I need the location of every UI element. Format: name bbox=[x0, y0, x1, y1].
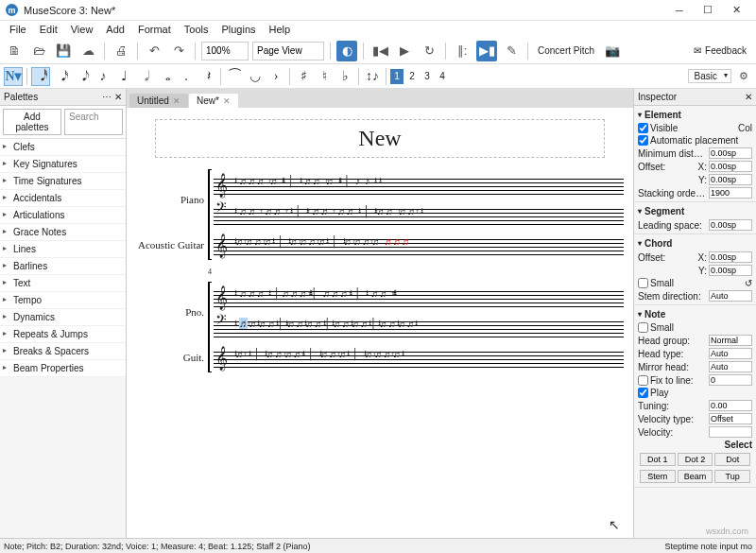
color-label[interactable]: Col bbox=[738, 123, 752, 133]
loop-icon[interactable]: ↻ bbox=[419, 41, 439, 61]
flat-icon[interactable]: ♭ bbox=[335, 67, 354, 86]
reset-icon[interactable]: ↺ bbox=[745, 278, 752, 288]
note-small-checkbox[interactable] bbox=[638, 322, 648, 333]
concert-pitch-button[interactable]: Concert Pitch bbox=[534, 43, 598, 58]
countin-icon[interactable]: ✎ bbox=[501, 41, 522, 61]
workspace-select[interactable]: Basic bbox=[688, 69, 731, 83]
rest-icon[interactable]: 𝄽 bbox=[198, 67, 216, 86]
tab-close-icon[interactable]: ✕ bbox=[173, 96, 180, 106]
settings-icon[interactable]: ⚙ bbox=[735, 68, 752, 85]
chord-small-checkbox[interactable] bbox=[638, 278, 648, 288]
pan-icon[interactable]: ▶▮ bbox=[476, 41, 497, 61]
veltype-select[interactable] bbox=[709, 413, 752, 424]
chord-y-input[interactable] bbox=[709, 265, 752, 276]
voice-1[interactable]: 1 bbox=[390, 69, 404, 84]
palette-key-signatures[interactable]: Key Signatures bbox=[0, 156, 126, 173]
staff[interactable]: 𝄢 𝄽 ♬♬ 𝄾 ♬♬ 𝄾 𝄽 │ 𝄽𝄾 ♬♬ 𝄾 ♬♬ 𝄽 │ 𝄽𝄾♬♬ 𝄾♬… bbox=[214, 201, 624, 230]
section-note[interactable]: Note bbox=[638, 307, 752, 321]
zoom-select[interactable] bbox=[201, 42, 249, 60]
tab-untitled[interactable]: Untitled✕ bbox=[129, 94, 188, 108]
score-canvas[interactable]: New Piano Acoustic Guitar 𝄞 𝄽 ♬♬♬ 𝄾♬ 𝄽𝄽 … bbox=[127, 108, 633, 538]
add-palettes-button[interactable]: Add palettes bbox=[3, 109, 61, 135]
dot1-button[interactable]: Dot 1 bbox=[640, 453, 676, 466]
palette-beam-properties[interactable]: Beam Properties bbox=[0, 360, 126, 377]
menu-plugins[interactable]: Plugins bbox=[215, 23, 261, 36]
palette-time-signatures[interactable]: Time Signatures bbox=[0, 173, 126, 190]
stemdir-select[interactable] bbox=[709, 290, 752, 302]
menu-edit[interactable]: Edit bbox=[34, 23, 63, 36]
staff[interactable]: 𝄢 𝄽 ♬𝄾♬𝄽♬♬𝄽│𝄽𝄾♬♬𝄽♬♬𝄽│𝄽♬♬𝄽♬♬𝄽│𝄽♬♬𝄽♬♬𝄽 bbox=[214, 314, 624, 342]
menu-file[interactable]: File bbox=[4, 23, 32, 36]
palette-grace-notes[interactable]: Grace Notes bbox=[0, 224, 126, 241]
stack-input[interactable] bbox=[709, 187, 752, 199]
score-title-frame[interactable]: New bbox=[155, 119, 605, 158]
palette-barlines[interactable]: Barlines bbox=[0, 258, 126, 275]
headgroup-select[interactable] bbox=[709, 335, 752, 346]
menu-tools[interactable]: Tools bbox=[179, 23, 215, 36]
palette-dynamics[interactable]: Dynamics bbox=[0, 309, 126, 326]
palette-text[interactable]: Text bbox=[0, 275, 126, 292]
menu-help[interactable]: Help bbox=[264, 23, 297, 36]
dot2-button[interactable]: Dot 2 bbox=[678, 453, 713, 466]
palette-clefs[interactable]: Clefs bbox=[0, 139, 126, 156]
feedback-button[interactable]: ✉ Feedback bbox=[688, 45, 752, 56]
minimize-button[interactable]: ─ bbox=[665, 1, 694, 20]
metronome-icon[interactable]: ◐ bbox=[336, 41, 357, 61]
redo-icon[interactable]: ↷ bbox=[168, 41, 189, 61]
slur-icon[interactable]: ◡ bbox=[246, 67, 265, 86]
fix-input[interactable] bbox=[709, 374, 752, 386]
new-file-icon[interactable]: 🗎 bbox=[4, 41, 25, 61]
palette-repeats-jumps[interactable]: Repeats & Jumps bbox=[0, 326, 126, 343]
dot3-button[interactable]: Dot bbox=[714, 453, 750, 466]
menu-view[interactable]: View bbox=[65, 23, 99, 36]
tuning-input[interactable] bbox=[709, 400, 752, 411]
maximize-button[interactable]: ☐ bbox=[694, 1, 722, 20]
duration-32nd-icon[interactable]: 𝅘𝅥𝅯 bbox=[52, 67, 71, 86]
visible-checkbox[interactable] bbox=[638, 123, 648, 133]
menu-add[interactable]: Add bbox=[100, 23, 130, 36]
section-chord[interactable]: Chord bbox=[638, 236, 752, 251]
palette-articulations[interactable]: Articulations bbox=[0, 207, 126, 224]
section-segment[interactable]: Segment bbox=[638, 204, 752, 218]
palette-search-input[interactable]: Search bbox=[64, 109, 123, 135]
section-element[interactable]: Element bbox=[638, 108, 752, 122]
offset-y-input[interactable] bbox=[709, 174, 752, 185]
note-input-mode-icon[interactable]: N▾ bbox=[4, 67, 23, 86]
autoplace-checkbox[interactable] bbox=[638, 135, 648, 146]
print-icon[interactable]: 🖨 bbox=[111, 41, 131, 61]
flip-icon[interactable]: ↕♪ bbox=[363, 67, 382, 86]
duration-half-icon[interactable]: 𝅗𝅥 bbox=[135, 67, 154, 86]
voice-3[interactable]: 3 bbox=[421, 69, 434, 84]
play-checkbox[interactable] bbox=[638, 388, 648, 398]
open-file-icon[interactable]: 🗁 bbox=[28, 41, 49, 61]
velocity-input[interactable] bbox=[709, 426, 752, 438]
headtype-select[interactable] bbox=[709, 348, 752, 359]
palette-lines[interactable]: Lines bbox=[0, 241, 126, 258]
palette-tempo[interactable]: Tempo bbox=[0, 292, 126, 309]
panel-close-icon[interactable]: ⋯ ✕ bbox=[102, 92, 122, 102]
tab-close-icon[interactable]: ✕ bbox=[223, 96, 231, 106]
tie-icon[interactable]: ⁀ bbox=[225, 67, 244, 86]
rewind-icon[interactable]: ▮◀ bbox=[369, 41, 390, 61]
staff[interactable]: 𝄞 𝄽♬𝄾 𝄽 │ 𝄽♬♬𝄾♬♬𝄾𝄽 │ 𝄽♬♬𝄾♬𝄽 │ 𝄽♬𝄾♬♬𝄾♬𝄽 bbox=[214, 344, 624, 372]
chord-x-input[interactable] bbox=[709, 251, 752, 263]
save-file-icon[interactable]: 💾 bbox=[53, 41, 74, 61]
staff[interactable]: 𝄞 𝄽♬𝄾♬♬𝄾♬𝄽 │ 𝄽♬𝄾♬♬𝄾♬𝄽 │ 𝄽♬𝄾♬♬𝄾♬ ♬♬♬ bbox=[214, 232, 624, 260]
tab-new[interactable]: New*✕ bbox=[189, 94, 238, 108]
duration-64th-icon[interactable]: 𝅘𝅥𝅰 bbox=[31, 67, 50, 86]
undo-icon[interactable]: ↶ bbox=[144, 41, 164, 61]
dot-icon[interactable]: . bbox=[177, 67, 196, 86]
menu-format[interactable]: Format bbox=[132, 23, 177, 36]
voice-2[interactable]: 2 bbox=[405, 69, 419, 84]
viewmode-select[interactable] bbox=[252, 42, 324, 60]
duration-quarter-icon[interactable]: ♩ bbox=[114, 67, 133, 86]
mindist-input[interactable] bbox=[709, 147, 752, 159]
palette-breaks-spacers[interactable]: Breaks & Spacers bbox=[0, 343, 126, 360]
leading-input[interactable] bbox=[709, 219, 752, 231]
mirror-select[interactable] bbox=[709, 361, 752, 372]
tuplet-button[interactable]: Tup bbox=[714, 470, 750, 483]
palette-accidentals[interactable]: Accidentals bbox=[0, 190, 126, 207]
staff[interactable]: 𝄞 𝄽 ♬♬♬ 𝄾♬ 𝄽𝄽 │ 𝄽 ♬♬ 𝄾♬ 𝄽𝄽 │ ♪ ♪ 𝄽 𝄽 bbox=[214, 171, 624, 199]
repeat-icon[interactable]: ∥: bbox=[452, 41, 472, 61]
duration-8th-icon[interactable]: ♪ bbox=[94, 67, 112, 86]
